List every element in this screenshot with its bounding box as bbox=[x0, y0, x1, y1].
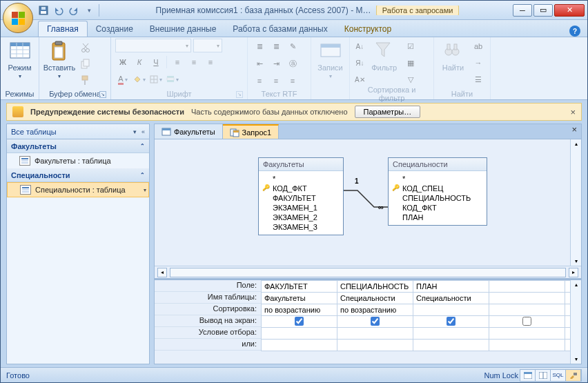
office-button[interactable] bbox=[3, 3, 33, 33]
align-left-icon[interactable]: ≡ bbox=[170, 55, 185, 70]
toggle-filter-icon[interactable]: ▽ bbox=[403, 72, 418, 87]
field-ekzamen1[interactable]: ЭКЗАМЕН_1 bbox=[263, 203, 339, 213]
grid-cell-field[interactable]: ПЛАН bbox=[413, 281, 489, 293]
grid-cell-sort[interactable] bbox=[565, 304, 571, 316]
field-spetsialnost[interactable]: СПЕЦИАЛЬНОСТЬ bbox=[393, 193, 482, 203]
field-plan[interactable]: ПЛАН bbox=[393, 213, 482, 222]
grid-cell-sort[interactable]: по возрастанию bbox=[337, 304, 413, 316]
grid-cell-sort[interactable]: по возрастанию bbox=[262, 304, 337, 316]
grid-cell-criteria[interactable] bbox=[413, 328, 489, 340]
grid-cell-table[interactable]: Специальности bbox=[413, 293, 489, 304]
sort-desc-icon[interactable]: Я↓ bbox=[354, 55, 366, 70]
field-kod-spec[interactable]: КОД_СПЕЦ bbox=[393, 184, 482, 193]
select-icon[interactable]: ☰ bbox=[471, 72, 486, 87]
table-box-spetsialnosti[interactable]: Специальности * КОД_СПЕЦ СПЕЦИАЛЬНОСТЬ К… bbox=[388, 157, 487, 226]
canvas-vertical-scrollbar[interactable]: ▴▾ bbox=[570, 139, 581, 266]
highlight-icon[interactable]: ✎ bbox=[285, 39, 300, 54]
query-design-canvas[interactable]: Факультеты * КОД_ФКТ ФАКУЛЬТЕТ ЭКЗАМЕН_1… bbox=[155, 139, 581, 266]
gridlines-icon[interactable] bbox=[148, 72, 164, 87]
font-color-icon[interactable]: A bbox=[115, 72, 130, 87]
grid-cell-criteria[interactable] bbox=[262, 328, 337, 340]
font-family-select[interactable] bbox=[115, 39, 191, 52]
field-star[interactable]: * bbox=[393, 174, 482, 184]
save-icon[interactable] bbox=[38, 5, 49, 16]
advanced-filter-icon[interactable]: ▦ bbox=[403, 55, 418, 70]
view-pivot-icon[interactable] bbox=[536, 370, 551, 381]
tab-designer[interactable]: Конструктор bbox=[336, 21, 400, 37]
nav-group-fakultety[interactable]: Факультеты⌃ bbox=[7, 139, 149, 153]
filter-button[interactable]: Фильтр bbox=[369, 39, 400, 73]
grid-cell-field[interactable]: СПЕЦИАЛЬНОСТЬ bbox=[337, 281, 413, 293]
field-ekzamen3[interactable]: ЭКЗАМЕН_3 bbox=[263, 222, 339, 232]
view-sql-icon[interactable]: SQL bbox=[551, 370, 566, 381]
tab-create[interactable]: Создание bbox=[88, 21, 141, 37]
scroll-right-icon[interactable]: ▸ bbox=[569, 268, 578, 277]
sort-asc-icon[interactable]: А↓ bbox=[354, 39, 366, 54]
cut-icon[interactable] bbox=[78, 40, 93, 55]
records-button[interactable]: Записи ▾ bbox=[315, 39, 345, 81]
show-checkbox[interactable] bbox=[447, 317, 455, 326]
italic-icon[interactable]: К bbox=[132, 55, 147, 70]
maximize-button[interactable]: ▭ bbox=[533, 4, 553, 17]
show-checkbox[interactable] bbox=[522, 317, 531, 326]
grid-cell-show[interactable] bbox=[262, 316, 337, 328]
field-kod-fkt[interactable]: КОД_ФКТ bbox=[263, 184, 339, 193]
doc-tab-fakultety[interactable]: Факультеты bbox=[155, 124, 223, 139]
nav-collapse-icon[interactable]: « bbox=[141, 128, 145, 135]
nav-dropdown-icon[interactable]: ▾ bbox=[133, 128, 137, 135]
grid-cell-sort[interactable] bbox=[489, 304, 565, 316]
help-icon[interactable]: ? bbox=[569, 26, 580, 37]
undo-icon[interactable] bbox=[53, 5, 64, 16]
grid-cell-sort[interactable] bbox=[413, 304, 489, 316]
paste-button[interactable]: Вставить ▾ bbox=[43, 39, 75, 81]
doc-close-icon[interactable]: × bbox=[567, 124, 581, 139]
goto-icon[interactable]: → bbox=[471, 55, 486, 70]
close-button[interactable]: ✕ bbox=[554, 4, 585, 17]
nav-header[interactable]: Все таблицы ▾ « bbox=[7, 124, 149, 139]
grid-cell-criteria[interactable] bbox=[489, 328, 565, 340]
field-kod-fkt-fk[interactable]: КОД_ФКТ bbox=[393, 203, 482, 213]
grid-cell-or[interactable] bbox=[489, 340, 565, 351]
nav-item-fakultety-table[interactable]: Факультеты : таблица bbox=[7, 153, 149, 168]
view-design-icon[interactable] bbox=[566, 370, 581, 381]
view-datasheet-icon[interactable] bbox=[520, 370, 536, 381]
grid-cell-table[interactable]: Факультеты bbox=[262, 293, 337, 304]
text-direction-icon[interactable]: ⓐ bbox=[285, 56, 300, 71]
show-checkbox[interactable] bbox=[371, 317, 380, 326]
align-center-icon[interactable]: ≡ bbox=[186, 55, 202, 70]
copy-icon[interactable] bbox=[78, 57, 93, 72]
align-right-icon[interactable]: ≡ bbox=[203, 55, 218, 70]
warning-close-icon[interactable]: × bbox=[570, 107, 576, 117]
scroll-left-icon[interactable]: ◂ bbox=[157, 268, 167, 277]
nav-group-spetsialnosti[interactable]: Специальности⌃ bbox=[7, 168, 149, 182]
clear-sort-icon[interactable]: А✕ bbox=[354, 72, 366, 87]
replace-icon[interactable]: ab bbox=[471, 39, 486, 54]
grid-cell-show[interactable] bbox=[413, 316, 489, 328]
table-box-fakultety[interactable]: Факультеты * КОД_ФКТ ФАКУЛЬТЕТ ЭКЗАМЕН_1… bbox=[258, 157, 344, 235]
field-ekzamen2[interactable]: ЭКЗАМЕН_2 bbox=[263, 213, 339, 222]
nav-item-spetsialnosti-table[interactable]: Специальности : таблица bbox=[7, 182, 149, 197]
bold-icon[interactable]: Ж bbox=[115, 55, 130, 70]
fill-color-icon[interactable] bbox=[132, 72, 147, 87]
redo-icon[interactable] bbox=[68, 5, 79, 16]
rtf-align-left-icon[interactable]: ≡ bbox=[252, 73, 267, 88]
underline-icon[interactable]: Ч bbox=[148, 55, 164, 70]
grid-cell-show[interactable] bbox=[565, 316, 571, 328]
warning-options-button[interactable]: Параметры… bbox=[355, 106, 421, 118]
minimize-button[interactable]: ─ bbox=[513, 4, 532, 17]
grid-cell-field[interactable]: ФАКУЛЬТЕТ bbox=[262, 281, 337, 293]
numbering-icon[interactable]: ≣ bbox=[268, 39, 284, 54]
tab-dbtools[interactable]: Работа с базами данных bbox=[224, 21, 335, 37]
doc-tab-zapros1[interactable]: Запрос1 bbox=[223, 124, 280, 139]
grid-vertical-scrollbar[interactable]: ▴▾ bbox=[570, 280, 581, 364]
font-launcher-icon[interactable]: ↘ bbox=[236, 91, 243, 98]
rtf-align-center-icon[interactable]: ≡ bbox=[268, 73, 284, 88]
grid-cell-field[interactable] bbox=[565, 281, 571, 293]
rtf-align-right-icon[interactable]: ≡ bbox=[285, 73, 300, 88]
grid-cell-criteria[interactable] bbox=[337, 328, 413, 340]
field-fakultet[interactable]: ФАКУЛЬТЕТ bbox=[263, 193, 339, 203]
tab-external[interactable]: Внешние данные bbox=[141, 21, 225, 37]
grid-cell-table[interactable] bbox=[489, 293, 565, 304]
show-checkbox[interactable] bbox=[295, 317, 304, 326]
tab-main[interactable]: Главная bbox=[38, 21, 88, 37]
